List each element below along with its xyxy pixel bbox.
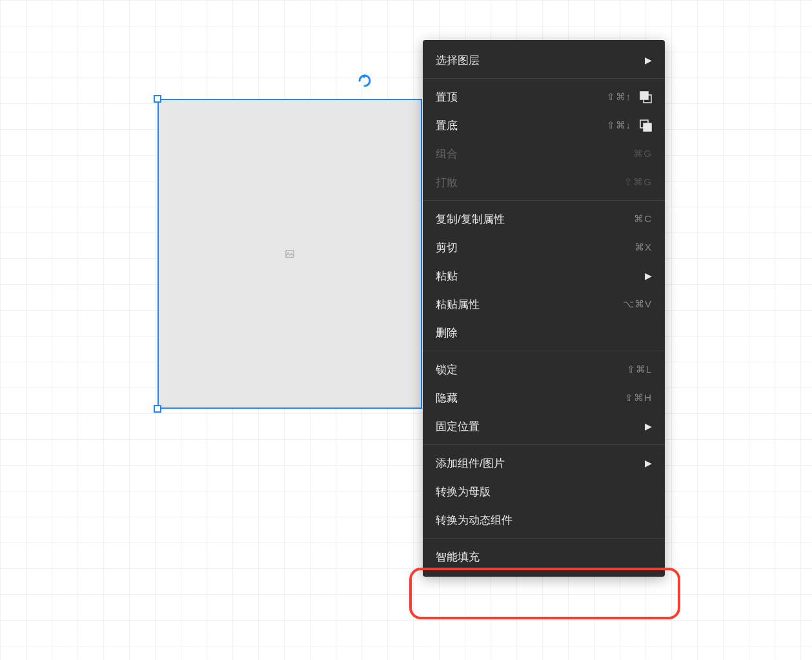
menu-item-lock[interactable]: 锁定 ⇧⌘L — [423, 355, 665, 384]
menu-shortcut: ⇧⌘G — [624, 176, 652, 188]
menu-item-label: 删除 — [436, 325, 652, 340]
menu-item-send-to-back[interactable]: 置底 ⇧⌘↓ — [423, 111, 665, 139]
menu-section: 添加组件/图片 ▶ 转换为母版 转换为动态组件 — [423, 447, 665, 536]
menu-item-convert-to-dynamic[interactable]: 转换为动态组件 — [423, 506, 665, 534]
menu-item-add-component[interactable]: 添加组件/图片 ▶ — [423, 449, 665, 477]
menu-section: 复制/复制属性 ⌘C 剪切 ⌘X 粘贴 ▶ 粘贴属性 ⌥⌘V 删除 — [423, 203, 665, 349]
menu-shortcut: ⇧⌘↑ — [607, 91, 632, 103]
menu-divider — [423, 444, 665, 445]
menu-item-label: 组合 — [436, 147, 633, 161]
menu-item-label: 粘贴 — [436, 269, 645, 284]
menu-item-label: 转换为动态组件 — [436, 513, 652, 528]
menu-item-delete[interactable]: 删除 — [423, 318, 665, 347]
menu-item-label: 添加组件/图片 — [436, 456, 645, 471]
menu-divider — [423, 78, 665, 79]
menu-item-smart-fill[interactable]: 智能填充 — [423, 542, 665, 571]
menu-item-label: 置底 — [436, 118, 607, 133]
menu-item-label: 固定位置 — [436, 419, 645, 434]
menu-item-label: 隐藏 — [436, 391, 625, 406]
menu-shortcut: ⌘C — [634, 213, 652, 225]
menu-item-group: 组合 ⌘G — [423, 139, 665, 168]
send-to-back-icon — [639, 119, 652, 132]
menu-shortcut: ⌘X — [634, 242, 652, 253]
menu-item-bring-to-front[interactable]: 置顶 ⇧⌘↑ — [423, 83, 665, 111]
menu-item-label: 选择图层 — [436, 53, 645, 68]
bring-to-front-icon — [639, 90, 652, 103]
menu-item-label: 粘贴属性 — [436, 297, 623, 312]
image-placeholder-icon — [285, 249, 295, 259]
menu-item-ungroup: 打散 ⇧⌘G — [423, 168, 665, 196]
chevron-right-icon: ▶ — [645, 458, 652, 468]
svg-rect-2 — [640, 92, 648, 99]
selected-shape[interactable] — [157, 99, 422, 409]
selection-handle-bottom-left[interactable] — [154, 405, 161, 413]
menu-item-label: 转换为母版 — [436, 484, 652, 499]
chevron-right-icon: ▶ — [645, 271, 652, 281]
menu-divider — [423, 538, 665, 539]
menu-shortcut: ⌥⌘V — [623, 298, 652, 310]
menu-item-label: 打散 — [436, 175, 624, 190]
rotate-icon[interactable] — [357, 73, 372, 88]
menu-shortcut: ⇧⌘↓ — [607, 119, 632, 131]
menu-section: 锁定 ⇧⌘L 隐藏 ⇧⌘H 固定位置 ▶ — [423, 353, 665, 442]
menu-item-label: 智能填充 — [436, 550, 652, 564]
selection-handle-top-left[interactable] — [154, 95, 161, 103]
menu-item-label: 锁定 — [436, 362, 627, 377]
context-menu: 选择图层 ▶ 置顶 ⇧⌘↑ 置底 ⇧⌘↓ — [423, 40, 665, 577]
menu-section: 置顶 ⇧⌘↑ 置底 ⇧⌘↓ — [423, 81, 665, 198]
menu-item-paste-properties[interactable]: 粘贴属性 ⌥⌘V — [423, 290, 665, 318]
menu-item-convert-to-master[interactable]: 转换为母版 — [423, 477, 665, 506]
menu-divider — [423, 351, 665, 351]
menu-item-label: 置顶 — [436, 90, 607, 105]
menu-shortcut: ⇧⌘H — [625, 392, 652, 404]
svg-rect-5 — [644, 123, 651, 131]
menu-item-label: 复制/复制属性 — [436, 212, 634, 227]
menu-item-hide[interactable]: 隐藏 ⇧⌘H — [423, 384, 665, 412]
menu-item-fix-position[interactable]: 固定位置 ▶ — [423, 412, 665, 440]
menu-item-select-layer[interactable]: 选择图层 ▶ — [423, 46, 665, 74]
menu-shortcut: ⌘G — [633, 148, 652, 160]
menu-item-paste[interactable]: 粘贴 ▶ — [423, 262, 665, 290]
menu-item-copy[interactable]: 复制/复制属性 ⌘C — [423, 205, 665, 233]
menu-item-cut[interactable]: 剪切 ⌘X — [423, 233, 665, 262]
menu-shortcut: ⇧⌘L — [627, 364, 652, 375]
menu-section: 智能填充 — [423, 541, 665, 573]
menu-section: 选择图层 ▶ — [423, 44, 665, 76]
menu-item-label: 剪切 — [436, 240, 634, 255]
chevron-right-icon: ▶ — [645, 421, 652, 431]
chevron-right-icon: ▶ — [645, 55, 652, 65]
menu-divider — [423, 200, 665, 201]
